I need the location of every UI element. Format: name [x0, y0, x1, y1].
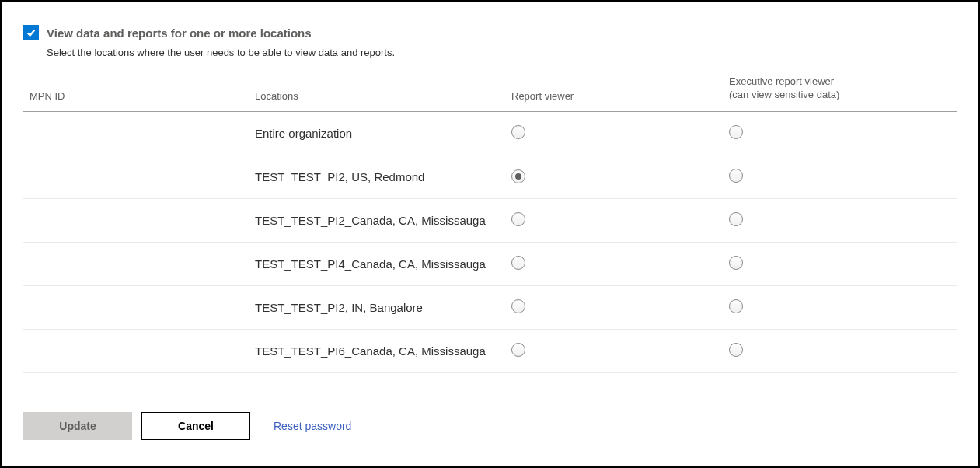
location-cell: TEST_TEST_PI6_Canada, CA, Mississauga [255, 344, 511, 358]
table-row: TEST_TEST_PI2_Canada, CA, Mississauga [23, 199, 957, 243]
exec-viewer-radio[interactable] [729, 343, 743, 357]
table-row: Entire organization [23, 112, 957, 155]
col-report-viewer: Report viewer [511, 90, 729, 102]
report-viewer-radio[interactable] [511, 212, 525, 226]
section-subtitle: Select the locations where the user need… [47, 47, 957, 58]
table-row: TEST_TEST_PI6_Canada, CA, Mississauga [23, 330, 957, 373]
section-title: View data and reports for one or more lo… [47, 26, 312, 40]
exec-viewer-radio[interactable] [729, 299, 743, 313]
locations-table: MPN ID Locations Report viewer Executive… [23, 75, 957, 373]
view-data-checkbox[interactable] [23, 25, 39, 40]
check-icon [26, 27, 37, 38]
reset-password-link[interactable]: Reset password [274, 420, 351, 432]
exec-viewer-radio[interactable] [729, 212, 743, 226]
report-viewer-radio[interactable] [511, 256, 525, 270]
exec-viewer-radio[interactable] [729, 125, 743, 139]
report-viewer-radio[interactable] [511, 125, 525, 139]
col-mpn-id: MPN ID [30, 90, 255, 102]
location-cell: TEST_TEST_PI4_Canada, CA, Mississauga [255, 257, 511, 271]
report-viewer-radio[interactable] [511, 343, 525, 357]
col-exec-viewer: Executive report viewer (can view sensit… [729, 75, 950, 102]
table-row: TEST_TEST_PI2, US, Redmond [23, 155, 957, 199]
report-viewer-radio[interactable] [511, 169, 525, 183]
location-cell: TEST_TEST_PI2, IN, Bangalore [255, 301, 511, 314]
exec-viewer-radio[interactable] [729, 256, 743, 270]
location-cell: TEST_TEST_PI2, US, Redmond [255, 170, 511, 183]
location-cell: Entire organization [255, 127, 511, 140]
exec-viewer-radio[interactable] [729, 169, 743, 183]
report-viewer-radio[interactable] [511, 299, 525, 313]
table-row: TEST_TEST_PI2, IN, Bangalore [23, 286, 957, 330]
table-header: MPN ID Locations Report viewer Executive… [23, 75, 957, 112]
cancel-button[interactable]: Cancel [141, 412, 250, 440]
table-row: TEST_TEST_PI4_Canada, CA, Mississauga [23, 243, 957, 286]
update-button[interactable]: Update [23, 412, 132, 440]
location-cell: TEST_TEST_PI2_Canada, CA, Mississauga [255, 214, 511, 227]
col-locations: Locations [255, 90, 511, 102]
